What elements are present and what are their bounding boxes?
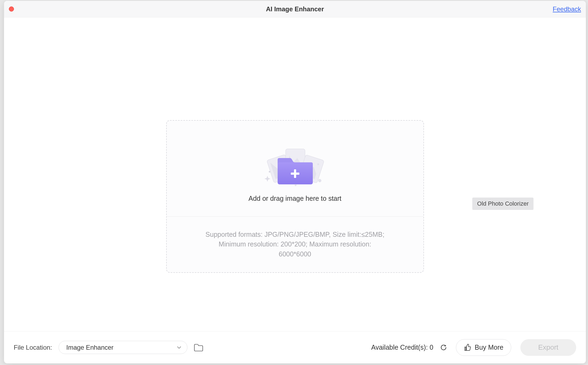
supported-line-3: 6000*6000 — [279, 250, 311, 258]
app-window: AI Image Enhancer Feedback — [4, 1, 586, 363]
credits-value: 0 — [430, 343, 433, 351]
window-title: AI Image Enhancer — [266, 5, 324, 13]
svg-rect-8 — [291, 173, 299, 175]
feedback-link[interactable]: Feedback — [553, 5, 581, 13]
credits-text: Available Credit(s): 0 — [371, 343, 433, 351]
window-controls — [9, 6, 14, 12]
file-location-value: Image Enhancer — [66, 344, 177, 351]
drop-zone-info: Supported formats: JPG/PNG/JPEG/BMP, Siz… — [167, 217, 423, 272]
title-bar: AI Image Enhancer Feedback — [4, 1, 586, 17]
file-location-select[interactable]: Image Enhancer — [59, 341, 187, 354]
drop-zone-upper: Add or drag image here to start — [167, 121, 423, 217]
supported-line-2: Minimum resolution: 200*200; Maximum res… — [219, 240, 371, 248]
drop-instruction-text: Add or drag image here to start — [248, 195, 341, 202]
svg-point-9 — [269, 171, 270, 173]
tooltip-old-photo-colorizer: Old Photo Colorizer — [472, 198, 533, 210]
supported-formats-text: Supported formats: JPG/PNG/JPEG/BMP, Siz… — [205, 230, 384, 259]
open-folder-button[interactable] — [194, 343, 203, 352]
main-content: Add or drag image here to start Supporte… — [4, 17, 586, 331]
close-window-button[interactable] — [9, 6, 14, 12]
image-drop-zone[interactable]: Add or drag image here to start Supporte… — [166, 120, 424, 273]
add-folder-icon — [260, 144, 330, 187]
footer-bar: File Location: Image Enhancer Available … — [4, 331, 586, 363]
svg-point-12 — [295, 184, 296, 186]
supported-line-1: Supported formats: JPG/PNG/JPEG/BMP, Siz… — [205, 231, 384, 238]
chevron-down-icon — [177, 345, 181, 350]
export-button[interactable]: Export — [520, 339, 576, 356]
svg-point-10 — [318, 179, 321, 182]
file-location-label: File Location: — [14, 344, 52, 351]
thumbs-up-icon — [464, 343, 471, 351]
svg-point-11 — [317, 163, 319, 165]
credits-label: Available Credit(s): — [371, 343, 430, 351]
svg-marker-13 — [445, 345, 447, 346]
buy-more-label: Buy More — [475, 343, 503, 351]
buy-more-button[interactable]: Buy More — [456, 339, 511, 356]
refresh-credits-button[interactable] — [440, 344, 447, 351]
